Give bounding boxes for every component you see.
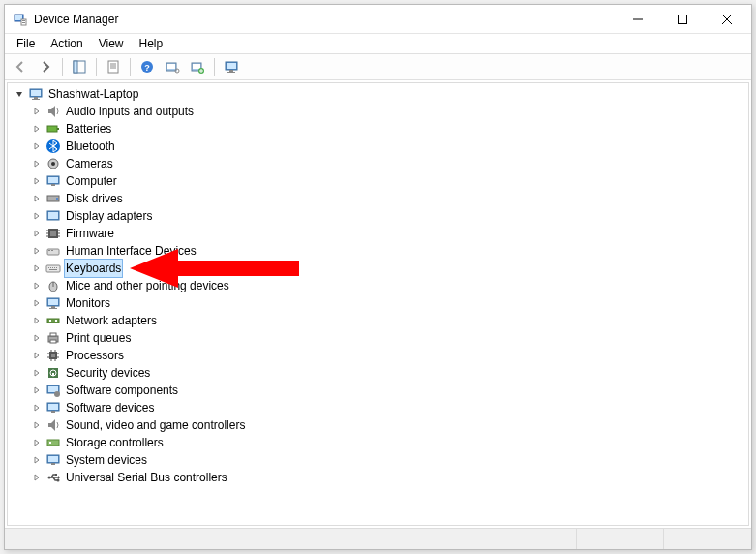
svg-rect-69: [47, 319, 59, 323]
menu-file[interactable]: File: [9, 35, 43, 52]
svg-rect-68: [49, 308, 57, 309]
chevron-right-icon[interactable]: [29, 313, 45, 328]
svg-rect-74: [50, 340, 56, 343]
svg-rect-58: [50, 267, 51, 268]
tree-item[interactable]: Universal Serial Bus controllers: [29, 469, 748, 486]
tree-item-label: Mice and other pointing devices: [64, 277, 231, 294]
tree-item[interactable]: System devices: [29, 451, 748, 469]
chevron-right-icon[interactable]: [29, 243, 45, 259]
tree-item-label: Storage controllers: [64, 434, 166, 451]
tree-item[interactable]: Software components: [29, 382, 748, 399]
device-category-icon: [45, 156, 62, 171]
chevron-right-icon[interactable]: [29, 435, 45, 450]
device-category-icon: [45, 278, 62, 293]
chevron-right-icon[interactable]: [29, 470, 45, 485]
svg-rect-21: [193, 64, 200, 69]
tree-item-label: Security devices: [64, 364, 152, 382]
menu-view[interactable]: View: [91, 35, 132, 52]
chevron-right-icon[interactable]: [29, 452, 45, 468]
svg-rect-33: [47, 126, 57, 132]
tree-item[interactable]: Security devices: [29, 364, 748, 382]
tree-root[interactable]: Shashwat-Laptop: [12, 85, 748, 103]
tree-item[interactable]: Firmware: [29, 225, 748, 242]
tree-item[interactable]: Mice and other pointing devices: [29, 277, 748, 294]
menu-help[interactable]: Help: [132, 35, 171, 52]
device-category-icon: [45, 104, 62, 119]
svg-rect-44: [48, 212, 58, 219]
computer-root-icon: [27, 86, 45, 102]
svg-rect-56: [46, 265, 60, 272]
menu-action[interactable]: Action: [43, 35, 90, 52]
chevron-right-icon[interactable]: [29, 400, 45, 416]
tree-item[interactable]: Network adapters: [29, 312, 748, 329]
chevron-right-icon[interactable]: [29, 261, 45, 276]
tree-item[interactable]: Audio inputs and outputs: [29, 103, 748, 120]
show-hide-console-tree-button[interactable]: [68, 56, 91, 77]
svg-rect-98: [51, 463, 55, 465]
chevron-right-icon[interactable]: [29, 348, 45, 363]
chevron-right-icon[interactable]: [29, 295, 45, 311]
chevron-right-icon[interactable]: [29, 104, 45, 119]
tree-item[interactable]: Batteries: [29, 120, 748, 138]
window-controls: [616, 5, 749, 33]
tree-item[interactable]: Storage controllers: [29, 434, 748, 451]
chevron-right-icon[interactable]: [29, 278, 45, 293]
minimize-button[interactable]: [616, 5, 660, 33]
chevron-right-icon[interactable]: [29, 330, 45, 346]
svg-rect-66: [48, 299, 58, 305]
scan-hardware-button[interactable]: [161, 56, 184, 77]
forward-button[interactable]: [34, 56, 57, 77]
chevron-right-icon[interactable]: [29, 365, 45, 381]
tree-item[interactable]: Computer: [29, 172, 748, 190]
chevron-right-icon[interactable]: [29, 173, 45, 189]
tree-item[interactable]: Sound, video and game controllers: [29, 416, 748, 434]
titlebar[interactable]: Device Manager: [5, 5, 751, 34]
svg-point-90: [54, 391, 60, 397]
chevron-right-icon[interactable]: [29, 138, 45, 154]
chevron-right-icon[interactable]: [29, 191, 45, 206]
add-legacy-hardware-button[interactable]: [186, 56, 209, 77]
back-button[interactable]: [9, 56, 32, 77]
tree-content[interactable]: Shashwat-Laptop Audio inputs and outputs…: [7, 82, 749, 526]
tree-item[interactable]: Disk drives: [29, 190, 748, 207]
tree-item[interactable]: Cameras: [29, 155, 748, 172]
tree-item-label: Print queues: [64, 329, 133, 347]
maximize-button[interactable]: [660, 5, 705, 33]
tree-item[interactable]: Keyboards: [29, 260, 748, 277]
device-category-icon: [45, 208, 62, 224]
tree-item[interactable]: Processors: [29, 347, 748, 364]
chevron-right-icon[interactable]: [29, 226, 45, 241]
device-category-icon: [45, 121, 62, 137]
status-cell: [577, 529, 664, 549]
expander-icon[interactable]: [12, 86, 27, 102]
chevron-right-icon[interactable]: [29, 383, 45, 398]
devices-and-printers-button[interactable]: [220, 56, 243, 77]
svg-rect-10: [74, 61, 77, 73]
svg-rect-97: [48, 456, 58, 462]
tree-item[interactable]: Display adapters: [29, 207, 748, 225]
properties-button[interactable]: [102, 56, 125, 77]
chevron-right-icon[interactable]: [29, 208, 45, 224]
tree-item-label: Batteries: [64, 120, 113, 138]
close-button[interactable]: [705, 5, 749, 33]
tree-item[interactable]: Monitors: [29, 294, 748, 312]
chevron-right-icon[interactable]: [29, 121, 45, 137]
tree-item[interactable]: Bluetooth: [29, 138, 748, 155]
chevron-right-icon[interactable]: [29, 156, 45, 171]
tree-item[interactable]: Human Interface Devices: [29, 242, 748, 260]
svg-rect-46: [50, 231, 56, 236]
device-category-icon: [45, 313, 62, 328]
tree-item[interactable]: Print queues: [29, 329, 748, 347]
tree-item[interactable]: Software devices: [29, 399, 748, 416]
menubar: File Action View Help: [5, 34, 751, 53]
svg-rect-30: [31, 90, 41, 96]
device-category-icon: [45, 400, 62, 416]
svg-point-37: [51, 162, 55, 166]
svg-rect-95: [49, 442, 51, 444]
toolbar: ?: [5, 53, 751, 80]
svg-rect-18: [167, 64, 175, 69]
tree-item-label: Universal Serial Bus controllers: [64, 469, 229, 486]
help-button[interactable]: ?: [136, 56, 159, 77]
chevron-right-icon[interactable]: [29, 417, 45, 433]
device-category-icon: [45, 226, 62, 241]
